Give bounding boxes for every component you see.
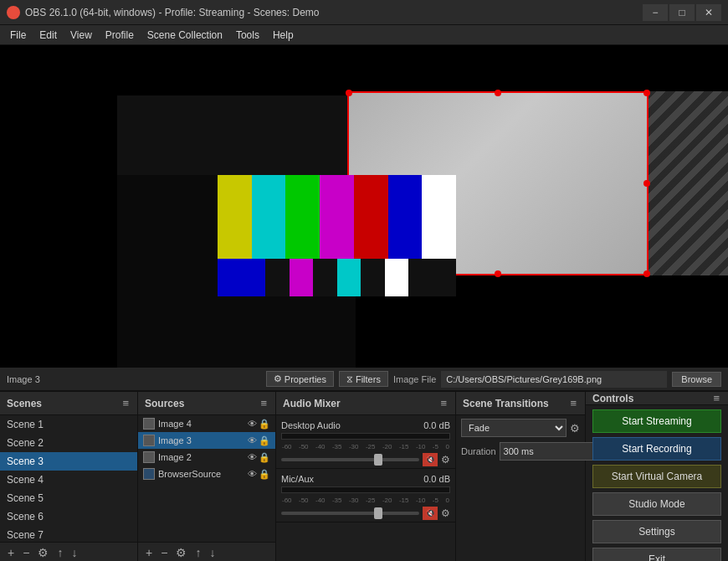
scene-item[interactable]: Scene 5 xyxy=(0,489,137,507)
scenes-panel-header: Scenes ≡ xyxy=(0,392,137,415)
browse-button[interactable]: Browse xyxy=(672,372,721,387)
duration-label: Duration xyxy=(461,446,496,456)
image-file-label: Image File xyxy=(393,374,436,384)
scene-item[interactable]: Scene 1 xyxy=(0,415,137,434)
handle-mr[interactable] xyxy=(643,180,650,187)
handle-tl[interactable] xyxy=(346,90,352,96)
mic-aux-header: Mic/Aux 0.0 dB xyxy=(281,474,450,484)
exit-button[interactable]: Exit xyxy=(592,548,721,561)
lock-icon[interactable]: 🔒 xyxy=(259,469,270,480)
settings-button[interactable]: Settings xyxy=(592,520,721,543)
sources-panel-header: Sources ≡ xyxy=(138,392,275,415)
transition-select[interactable]: Fade xyxy=(461,419,567,437)
lock-icon[interactable]: 🔒 xyxy=(259,452,270,463)
bar-red xyxy=(354,175,388,259)
filters-button[interactable]: ⧖ Filters xyxy=(339,371,388,387)
scene-item[interactable]: Scene 4 xyxy=(0,471,137,489)
source-name: Image 4 xyxy=(158,419,244,429)
controls-header-icons: ≡ xyxy=(711,392,721,404)
scenes-panel: Scenes ≡ Scene 1 Scene 2 Scene 3 Scene 4… xyxy=(0,392,138,561)
handle-bm[interactable] xyxy=(495,270,501,277)
window-controls: − □ ✕ xyxy=(643,4,721,21)
mic-aux-mute-button[interactable]: 🔇 xyxy=(423,507,438,520)
lock-icon[interactable]: 🔒 xyxy=(259,419,270,430)
menu-help[interactable]: Help xyxy=(266,28,300,43)
controls-panel: Controls ≡ Start Streaming Start Recordi… xyxy=(586,392,728,561)
menu-tools[interactable]: Tools xyxy=(229,28,266,43)
controls-header: Controls ≡ xyxy=(586,392,728,405)
scene-item[interactable]: Scene 2 xyxy=(0,434,137,452)
close-button[interactable]: ✕ xyxy=(696,4,721,21)
start-virtual-camera-button[interactable]: Start Virtual Camera xyxy=(592,465,721,488)
source-item-image4[interactable]: Image 4 👁 🔒 xyxy=(138,415,275,432)
source-thumb xyxy=(143,451,155,463)
handle-br[interactable] xyxy=(643,270,650,277)
controls-title: Controls xyxy=(592,393,633,404)
sources-remove-button[interactable]: − xyxy=(158,546,170,559)
sources-add-button[interactable]: + xyxy=(143,546,155,559)
mic-aux-fader[interactable] xyxy=(281,512,419,515)
source-name: BrowserSource xyxy=(158,469,244,479)
sources-menu-icon[interactable]: ≡ xyxy=(259,397,269,409)
transition-gear-button[interactable]: ⚙ xyxy=(570,422,580,435)
scenes-footer: + − ⚙ ↑ ↓ xyxy=(0,542,137,561)
audio-mixer-menu-icon[interactable]: ≡ xyxy=(438,397,449,409)
scenes-down-button[interactable]: ↓ xyxy=(69,546,79,559)
source-item-image2[interactable]: Image 2 👁 🔒 xyxy=(138,449,275,466)
scenes-remove-button[interactable]: − xyxy=(20,546,32,559)
mic-aux-fader-row: 🔇 ⚙ xyxy=(281,507,450,520)
scenes-up-button[interactable]: ↑ xyxy=(54,546,65,559)
mic-aux-meter xyxy=(281,486,450,493)
desktop-audio-header: Desktop Audio 0.0 dB xyxy=(281,420,450,430)
properties-button[interactable]: ⚙ Properties xyxy=(266,371,334,387)
mic-aux-fader-knob[interactable] xyxy=(374,507,382,519)
maximize-button[interactable]: □ xyxy=(669,4,695,21)
scene-item-active[interactable]: Scene 3 xyxy=(0,452,137,471)
handle-tr[interactable] xyxy=(643,90,650,96)
handle-tm[interactable] xyxy=(495,90,501,96)
preview-area xyxy=(0,45,728,368)
scenes-add-button[interactable]: + xyxy=(5,546,17,559)
sources-panel: Sources ≡ Image 4 👁 🔒 Image 3 👁 xyxy=(138,392,276,561)
scene-item[interactable]: Scene 7 xyxy=(0,526,137,542)
start-streaming-button[interactable]: Start Streaming xyxy=(592,409,721,433)
desktop-audio-settings-button[interactable]: ⚙ xyxy=(441,454,450,466)
current-source-label: Image 3 xyxy=(7,374,40,384)
menu-file[interactable]: File xyxy=(3,28,33,43)
lock-icon[interactable]: 🔒 xyxy=(259,435,270,446)
scenes-settings-button[interactable]: ⚙ xyxy=(35,546,51,559)
bb2 xyxy=(265,259,290,296)
audio-mixer-header: Audio Mixer ≡ xyxy=(276,392,455,415)
minimize-button[interactable]: − xyxy=(643,4,668,21)
svg-point-0 xyxy=(9,8,18,17)
desktop-audio-mute-button[interactable]: 🔇 xyxy=(423,453,438,466)
menu-profile[interactable]: Profile xyxy=(99,28,141,43)
menu-view[interactable]: View xyxy=(64,28,99,43)
source-item-image3[interactable]: Image 3 👁 🔒 xyxy=(138,432,275,449)
menu-scene-collection[interactable]: Scene Collection xyxy=(141,28,229,43)
scenes-menu-icon[interactable]: ≡ xyxy=(120,397,131,409)
mic-aux-name: Mic/Aux xyxy=(281,474,314,484)
visibility-icon[interactable]: 👁 xyxy=(248,419,257,430)
transition-row: Fade ⚙ xyxy=(456,415,585,440)
menu-edit[interactable]: Edit xyxy=(33,28,64,43)
desktop-audio-fader-knob[interactable] xyxy=(374,454,382,466)
bb5 xyxy=(337,259,361,296)
start-recording-button[interactable]: Start Recording xyxy=(592,437,721,461)
visibility-icon[interactable]: 👁 xyxy=(248,469,257,480)
bottom-bars xyxy=(218,259,456,296)
transitions-menu-icon[interactable]: ≡ xyxy=(568,397,578,409)
mic-aux-settings-button[interactable]: ⚙ xyxy=(441,507,450,519)
scene-item[interactable]: Scene 6 xyxy=(0,507,137,526)
sources-down-button[interactable]: ↓ xyxy=(207,546,218,559)
visibility-icon[interactable]: 👁 xyxy=(248,435,257,446)
studio-mode-button[interactable]: Studio Mode xyxy=(592,492,721,516)
sources-up-button[interactable]: ↑ xyxy=(192,546,203,559)
test-pattern xyxy=(218,175,456,296)
controls-menu-icon[interactable]: ≡ xyxy=(711,392,721,404)
scene-transitions-title: Scene Transitions xyxy=(463,398,549,409)
desktop-audio-fader[interactable] xyxy=(281,458,419,461)
source-item-browser[interactable]: BrowserSource 👁 🔒 xyxy=(138,466,275,482)
sources-settings-button[interactable]: ⚙ xyxy=(173,546,189,559)
visibility-icon[interactable]: 👁 xyxy=(248,452,257,463)
